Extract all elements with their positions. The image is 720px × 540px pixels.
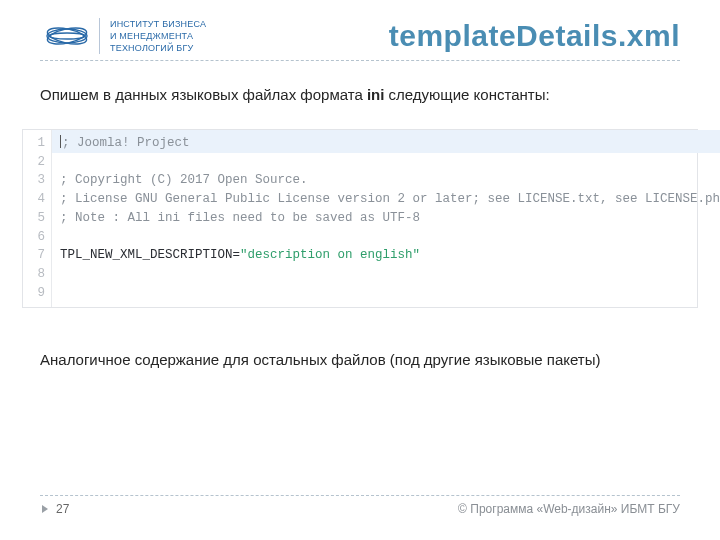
code-string: "description on english" [240, 248, 420, 262]
line-number: 3 [33, 171, 45, 190]
logo-block: ИНСТИТУТ БИЗНЕСА И МЕНЕДЖМЕНТА ТЕХНОЛОГИ… [45, 18, 206, 54]
org-line: И МЕНЕДЖМЕНТА [110, 30, 206, 42]
code-line: ; License GNU General Public License ver… [60, 192, 720, 206]
copyright: © Программа «Web-дизайн» ИБМТ БГУ [458, 502, 680, 516]
divider-bottom [40, 495, 680, 496]
line-number: 4 [33, 190, 45, 209]
page-number-value: 27 [56, 502, 69, 516]
org-line: ТЕХНОЛОГИЙ БГУ [110, 42, 206, 54]
page-title: templateDetails.xml [389, 19, 680, 53]
line-number: 7 [33, 246, 45, 265]
code-line: ; Joomla! Project [62, 136, 190, 150]
line-number-gutter: 1 2 3 4 5 6 7 8 9 [23, 130, 52, 307]
footer: 27 © Программа «Web-дизайн» ИБМТ БГУ [40, 495, 680, 516]
org-line: ИНСТИТУТ БИЗНЕСА [110, 18, 206, 30]
code-block: 1 2 3 4 5 6 7 8 9 ; Joomla! Project ; Co… [22, 129, 698, 308]
line-number: 8 [33, 265, 45, 284]
intro-text: следующие константы: [384, 86, 549, 103]
code-content: ; Joomla! Project ; Copyright (C) 2017 O… [52, 130, 720, 307]
line-number: 9 [33, 284, 45, 303]
intro-paragraph: Опишем в данных языковых файлах формата … [40, 79, 680, 111]
svg-point-3 [49, 33, 85, 39]
org-name: ИНСТИТУТ БИЗНЕСА И МЕНЕДЖМЕНТА ТЕХНОЛОГИ… [99, 18, 206, 54]
intro-text: Опишем в данных языковых файлах формата [40, 86, 367, 103]
outro-paragraph: Аналогичное содержание для остальных фай… [40, 344, 680, 376]
intro-bold: ini [367, 86, 385, 103]
svg-point-0 [47, 29, 87, 43]
line-number: 5 [33, 209, 45, 228]
cursor-icon [60, 135, 61, 148]
page-number: 27 [40, 502, 69, 516]
code-line: ; Copyright (C) 2017 Open Source. [60, 173, 308, 187]
code-eq: = [233, 248, 241, 262]
line-number: 6 [33, 228, 45, 247]
globe-logo-icon [45, 18, 89, 54]
line-number: 1 [33, 134, 45, 153]
code-key: TPL_NEW_XML_DESCRIPTION [60, 248, 233, 262]
code-line: ; Note : All ini files need to be saved … [60, 211, 420, 225]
triangle-icon [40, 504, 50, 514]
line-number: 2 [33, 153, 45, 172]
